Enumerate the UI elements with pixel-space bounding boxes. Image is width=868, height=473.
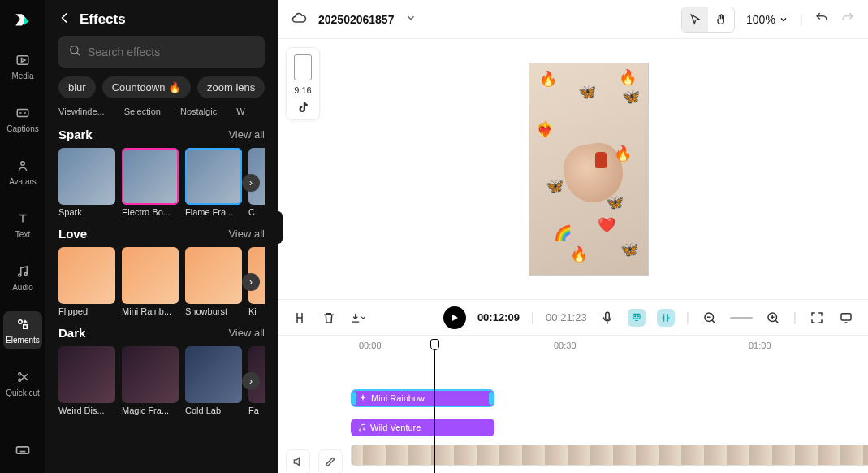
section-love: Love View all Flipped Mini Rainb... Snow…: [45, 220, 278, 319]
effect-thumb[interactable]: Flame Fra...: [185, 148, 242, 217]
panel-collapse-handle[interactable]: [273, 211, 283, 244]
undo-button[interactable]: [814, 11, 829, 28]
rail-item-avatars[interactable]: Avatars: [3, 153, 42, 191]
svg-rect-0: [17, 56, 28, 65]
preview-stage: 9:16 🔥 🔥 🦋 🦋 ❤️‍🔥 🔥 🦋 🦋 🌈 🦋 🔥 ❤️: [278, 39, 868, 299]
zoom-dropdown[interactable]: 100%: [746, 13, 788, 26]
playhead[interactable]: [434, 339, 435, 473]
auto-captions-button[interactable]: [628, 309, 646, 327]
snap-button[interactable]: [657, 309, 675, 327]
row-next-button[interactable]: ›: [242, 273, 260, 291]
zoom-in-button[interactable]: [764, 309, 782, 327]
svg-rect-19: [841, 313, 851, 319]
rail-item-elements[interactable]: Elements: [3, 311, 42, 349]
mini-labels: Viewfinde... Selection Nostalgic W: [45, 106, 278, 121]
app-logo: [11, 10, 34, 33]
section-title: Love: [58, 227, 87, 241]
text-icon: [15, 210, 31, 227]
zoom-slider[interactable]: [730, 317, 753, 319]
effect-thumb[interactable]: Flipped: [58, 247, 115, 316]
section-spark: Spark View all Spark Electro Bo... Flame…: [45, 121, 278, 220]
chip-zoomlens[interactable]: zoom lens: [197, 76, 265, 98]
effect-thumb[interactable]: Snowburst: [185, 247, 242, 316]
section-title: Dark: [58, 326, 85, 340]
svg-rect-10: [17, 447, 29, 453]
edit-track-button[interactable]: [318, 449, 343, 473]
hand-tool[interactable]: [708, 7, 734, 32]
back-button[interactable]: [58, 11, 71, 28]
mute-track-button[interactable]: [286, 449, 310, 473]
audio-icon: [15, 263, 31, 280]
rail-item-media[interactable]: Media: [3, 47, 42, 85]
effect-thumb[interactable]: Weird Dis...: [58, 346, 115, 415]
svg-point-9: [19, 373, 21, 375]
audio-clip-icon: [357, 423, 367, 432]
svg-point-15: [634, 315, 635, 316]
row-next-button[interactable]: ›: [242, 174, 260, 192]
audio-clip[interactable]: Wild Venture: [351, 419, 494, 436]
svg-rect-13: [605, 312, 609, 319]
elements-icon: [15, 316, 31, 332]
svg-rect-7: [24, 325, 28, 329]
aspect-ratio-card[interactable]: 9:16: [286, 47, 320, 120]
select-tool[interactable]: [682, 7, 708, 32]
view-all-link[interactable]: View all: [228, 128, 265, 141]
player-bar: 00:12:09 | 00:21:23 | |: [278, 299, 868, 335]
row-next-button[interactable]: ›: [242, 372, 260, 390]
main-area: 202502061857 100% | 9:16 🔥 🔥 🦋 🦋: [278, 0, 868, 473]
svg-point-21: [364, 428, 365, 430]
tiktok-icon: [296, 100, 310, 115]
aspect-icon: [294, 54, 312, 80]
svg-rect-2: [17, 110, 28, 117]
view-all-link[interactable]: View all: [228, 327, 265, 339]
download-button[interactable]: [349, 309, 367, 327]
chip-row: blur Countdown 🔥 zoom lens: [45, 76, 278, 106]
avatars-icon: [15, 158, 31, 174]
rail-label: Text: [15, 230, 30, 239]
cursor-mode-toggle: [681, 7, 735, 33]
keyboard-icon[interactable]: [15, 442, 31, 462]
effect-thumb[interactable]: Electro Bo...: [122, 148, 179, 217]
present-button[interactable]: [837, 309, 855, 327]
chip-blur[interactable]: blur: [58, 76, 96, 98]
effects-panel: Effects blur Countdown 🔥 zoom lens Viewf…: [45, 0, 278, 473]
rail-item-audio[interactable]: Audio: [3, 258, 42, 297]
search-input[interactable]: [88, 46, 255, 59]
svg-point-4: [19, 274, 21, 276]
timeline[interactable]: 00:00 00:30 01:00 Mini Rainbow Wild Vent…: [278, 335, 868, 473]
video-track-clip[interactable]: [351, 445, 868, 466]
effect-thumb[interactable]: Magic Fra...: [122, 346, 179, 415]
delete-button[interactable]: [320, 309, 338, 327]
effect-thumb[interactable]: Mini Rainb...: [122, 247, 179, 316]
svg-point-8: [19, 379, 21, 381]
quickcut-icon: [15, 369, 31, 385]
rail-item-quickcut[interactable]: Quick cut: [3, 364, 42, 402]
svg-point-3: [21, 162, 25, 166]
effect-thumb[interactable]: Cold Lab: [185, 346, 242, 415]
split-button[interactable]: [291, 309, 309, 327]
effect-clip[interactable]: Mini Rainbow: [351, 389, 494, 407]
rail-item-captions[interactable]: Captions: [3, 100, 42, 138]
svg-point-16: [637, 315, 638, 316]
effect-thumb[interactable]: Spark: [58, 148, 115, 217]
redo-button[interactable]: [840, 11, 855, 28]
rail-label: Avatars: [9, 177, 37, 186]
view-all-link[interactable]: View all: [228, 228, 265, 240]
timeline-ruler[interactable]: 00:00 00:30 01:00: [351, 341, 868, 360]
mic-button[interactable]: [598, 309, 616, 327]
fullscreen-button[interactable]: [808, 309, 826, 327]
svg-marker-12: [452, 315, 458, 321]
section-dark: Dark View all Weird Dis... Magic Fra... …: [45, 319, 278, 419]
left-rail: Media Captions Avatars Text Audio Elemen…: [0, 0, 45, 473]
video-preview[interactable]: 🔥 🔥 🦋 🦋 ❤️‍🔥 🔥 🦋 🦋 🌈 🦋 🔥 ❤️: [529, 63, 649, 276]
rail-item-text[interactable]: Text: [3, 206, 42, 244]
rail-label: Media: [11, 72, 33, 80]
section-title: Spark: [58, 128, 93, 141]
cloud-icon[interactable]: [291, 10, 307, 29]
panel-title: Effects: [80, 11, 126, 28]
play-button[interactable]: [443, 306, 466, 329]
chip-countdown[interactable]: Countdown 🔥: [102, 76, 191, 98]
search-input-wrap[interactable]: [58, 36, 265, 68]
zoom-out-button[interactable]: [701, 309, 719, 327]
project-dropdown[interactable]: [405, 12, 417, 27]
